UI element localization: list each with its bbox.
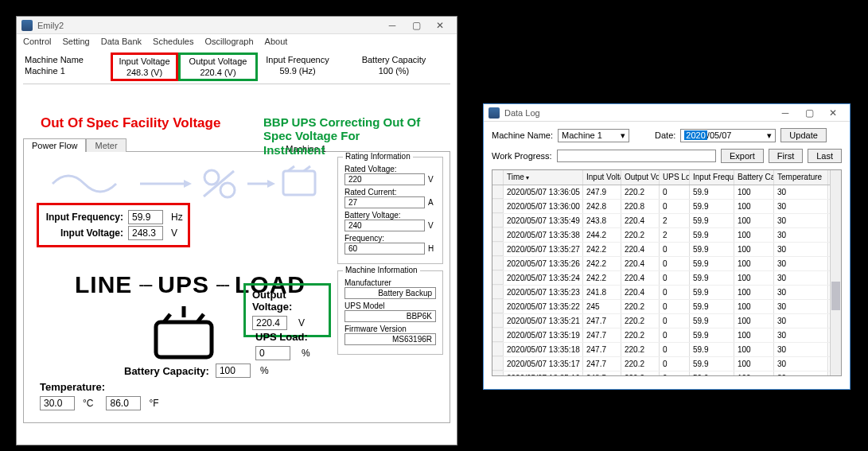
col-time[interactable]: Time▾: [504, 170, 583, 185]
input-freq-value: 59.9 (Hz): [258, 66, 337, 76]
cell-output-voltage: 220.4: [621, 271, 660, 285]
table-row[interactable]: 2020/05/07 13:35:23241.8220.4059.910030: [492, 286, 841, 300]
cell-ups-load: 0: [660, 371, 690, 376]
cell-output-voltage: 220.8: [621, 200, 660, 213]
table-row[interactable]: 2020/05/07 13:35:24242.2220.4059.910030: [492, 271, 841, 286]
scrollbar-thumb[interactable]: [831, 282, 840, 310]
tab-meter[interactable]: Meter: [86, 138, 126, 152]
battery-voltage-label: Battery Voltage:: [344, 211, 436, 220]
cell-input-voltage: 247.7: [583, 343, 621, 356]
close-button[interactable]: ✕: [821, 105, 845, 121]
last-button[interactable]: Last: [808, 149, 842, 163]
maximize-button[interactable]: ▢: [404, 17, 428, 33]
cell-temperature: 30: [774, 200, 828, 213]
sort-desc-icon: ▾: [526, 174, 529, 181]
col-battery-capacity[interactable]: Battery Capacity: [734, 170, 774, 185]
cell-ups-load: 2: [660, 214, 690, 227]
menu-setting[interactable]: Setting: [62, 37, 89, 46]
table-row[interactable]: 2020/05/07 13:36:05247.9220.2059.910030: [492, 185, 841, 200]
battery-capacity-box: Battery Capacity: 100 %: [124, 364, 269, 378]
rated-voltage-label: Rated Voltage:: [344, 165, 436, 173]
row-header-cell: [492, 329, 504, 342]
manufacturer-label: Manufacturer: [344, 278, 436, 287]
vertical-scrollbar[interactable]: [830, 170, 841, 375]
minimize-button[interactable]: ─: [380, 17, 404, 33]
menu-oscillograph[interactable]: Oscillograph: [204, 37, 253, 46]
cell-input-voltage: 247.7: [583, 329, 621, 342]
col-input-frequency[interactable]: Input Frequency: [690, 170, 734, 185]
cell-temperature: 30: [774, 329, 828, 342]
cell-input-frequency: 59.9: [690, 329, 734, 342]
cell-output-voltage: 220.2: [621, 371, 660, 376]
cell-input-frequency: 59.9: [690, 343, 734, 356]
work-progress-label: Work Progress:: [492, 151, 552, 161]
table-row[interactable]: 2020/05/07 13:36:00242.8220.8059.910030: [492, 200, 841, 214]
table-row[interactable]: 2020/05/07 13:35:22245220.2059.910030: [492, 300, 841, 314]
cell-output-voltage: 220.2: [621, 185, 660, 199]
table-row[interactable]: 2020/05/07 13:35:21247.7220.2059.910030: [492, 314, 841, 329]
machine-name-select-value: Machine 1: [562, 130, 602, 140]
grid-header: Time▾ Input Voltage Output Voltage UPS L…: [492, 170, 841, 185]
close-button[interactable]: ✕: [428, 17, 452, 33]
table-row[interactable]: 2020/05/07 13:35:17247.7220.2059.910030: [492, 357, 841, 371]
col-ups-load[interactable]: UPS Load: [660, 170, 690, 185]
col-input-voltage[interactable]: Input Voltage: [583, 170, 621, 185]
cell-time: 2020/05/07 13:35:17: [504, 357, 583, 371]
input-freq-label2: Input Frequency:: [44, 212, 123, 223]
cell-output-voltage: 220.2: [621, 314, 660, 328]
date-label: Date:: [655, 130, 675, 140]
cell-time: 2020/05/07 13:36:05: [504, 185, 583, 199]
titlebar[interactable]: Emily2 ─ ▢ ✕: [17, 17, 457, 34]
cell-input-frequency: 59.9: [690, 271, 734, 285]
row-header-cell: [492, 371, 504, 376]
first-button[interactable]: First: [769, 149, 803, 163]
table-row[interactable]: 2020/05/07 13:35:38244.2220.2259.910030: [492, 228, 841, 243]
output-voltage-label2: Output Voltage:: [252, 289, 322, 313]
cell-ups-load: 0: [660, 185, 690, 199]
data-grid[interactable]: Time▾ Input Voltage Output Voltage UPS L…: [492, 169, 842, 376]
svg-marker-1: [184, 180, 192, 188]
update-button[interactable]: Update: [780, 128, 826, 142]
annotation-correcting: BBP UPS Correcting Out Of Spec Voltage F…: [263, 115, 422, 157]
svg-marker-6: [267, 180, 275, 188]
cell-input-voltage: 245: [583, 300, 621, 313]
col-output-voltage[interactable]: Output Voltage: [621, 170, 660, 185]
menu-data-bank[interactable]: Data Bank: [101, 37, 142, 46]
cell-ups-load: 0: [660, 329, 690, 342]
col-temperature[interactable]: Temperature: [774, 170, 828, 185]
table-row[interactable]: 2020/05/07 13:35:27242.2220.4059.910030: [492, 243, 841, 257]
calendar-dropdown-icon: ▾: [767, 130, 772, 141]
cell-input-frequency: 59.9: [690, 214, 734, 227]
temp-c-unit: °C: [83, 398, 93, 409]
table-row[interactable]: 2020/05/07 13:35:26242.2220.4059.910030: [492, 257, 841, 271]
cell-battery-capacity: 100: [734, 257, 774, 270]
table-row[interactable]: 2020/05/07 13:35:19247.7220.2059.910030: [492, 329, 841, 343]
cell-battery-capacity: 100: [734, 300, 774, 313]
menu-control[interactable]: Control: [23, 37, 51, 46]
menu-schedules[interactable]: Schedules: [153, 37, 193, 46]
table-row[interactable]: 2020/05/07 13:35:18247.7220.2059.910030: [492, 343, 841, 357]
tab-power-flow[interactable]: Power Flow: [23, 138, 86, 152]
minimize-button[interactable]: ─: [773, 105, 797, 121]
date-picker-value: 2020/05/07: [684, 130, 731, 140]
titlebar[interactable]: Data Log ─ ▢ ✕: [484, 104, 850, 122]
table-row[interactable]: 2020/05/07 13:35:16248.5220.2059.910030: [492, 371, 841, 376]
work-progress-bar: [557, 150, 716, 162]
cell-output-voltage: 220.2: [621, 329, 660, 342]
cell-battery-capacity: 100: [734, 271, 774, 285]
cell-output-voltage: 220.2: [621, 357, 660, 371]
firmware-field: MS63196R: [344, 333, 436, 345]
svg-rect-11: [156, 322, 212, 357]
machine-name-select[interactable]: Machine 1▾: [558, 129, 629, 142]
window-title: Emily2: [37, 21, 380, 30]
frequency-label: Frequency:: [344, 234, 436, 243]
export-button[interactable]: Export: [721, 149, 764, 163]
cell-battery-capacity: 100: [734, 343, 774, 356]
input-volt-label2: Input Voltage:: [44, 227, 123, 239]
date-picker[interactable]: 2020/05/07▾: [680, 129, 776, 142]
svg-point-2: [204, 170, 219, 185]
maximize-button[interactable]: ▢: [797, 105, 821, 121]
cell-ups-load: 0: [660, 286, 690, 299]
table-row[interactable]: 2020/05/07 13:35:49243.8220.4259.910030: [492, 214, 841, 228]
menu-about[interactable]: About: [265, 37, 288, 46]
